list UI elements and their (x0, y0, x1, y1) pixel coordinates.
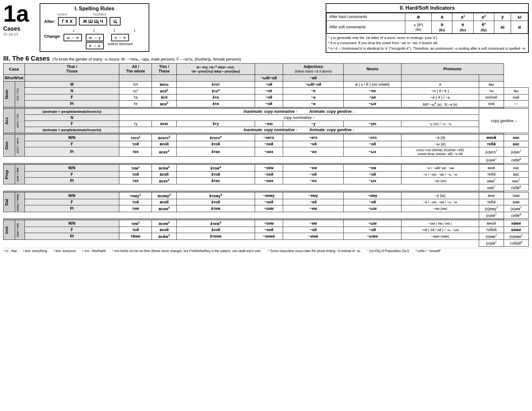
hard-e: э1 (452, 13, 473, 21)
dat-mn-p2: нам (504, 192, 528, 199)
gen-pl-vsex: всех3 (152, 147, 176, 157)
nom-n-e: ~е (283, 88, 344, 94)
col-adj-hard2: ~ый/~ой (255, 75, 283, 82)
nom-n-gender: N (25, 88, 119, 94)
inst-mn-ym: ~ым (344, 220, 401, 227)
gen-mn-nouns: ~а (я) (401, 134, 479, 141)
prep-f-ey: ~ей (283, 171, 344, 178)
dat-mn-oemu: ~оему (255, 192, 283, 199)
gen-f-p1: тебя́ (479, 141, 504, 147)
dat-f-ey: ~ей (283, 199, 344, 205)
inst-mn-im: ~им (283, 220, 344, 227)
gen-mn-gender: M/N (25, 134, 119, 141)
col-pronouns: Pronouns (401, 64, 504, 75)
nom-m-p2: мы (479, 82, 504, 88)
inst-f-ey: ~ей (283, 227, 344, 233)
gen-pl-etix: э́тих (176, 147, 255, 157)
col-who: Who/What (4, 75, 25, 82)
inst-mn-row: Inst кем / чем M/N тем1 всем2 э́тим4 ~ои… (4, 220, 529, 227)
prep-p3-p1: ней7 (479, 184, 504, 191)
spelling-rules-title: I. Spelling Rules (44, 6, 145, 12)
inst-pl-p1: (н)им7 (479, 233, 504, 240)
gen-pl-row: Pl тех всех3 э́тих ~оих ~их ~ых cons:+ов… (4, 147, 529, 157)
inst-f-oy: ~ой (344, 227, 401, 233)
hushers-label: 'hushers' (93, 12, 107, 16)
col-this2 (152, 75, 176, 82)
nom-pl-etot: э́ти (176, 101, 255, 107)
acc-f-tu: ту (119, 121, 152, 127)
hard-soft-table: After hard consonants ø а э1 о3 у ы Afte… (326, 13, 528, 34)
col-header-row-2: Who/What ~ый/~ой ~ий (4, 75, 529, 82)
dat-pl-ym: ~ым (344, 205, 401, 212)
nom-n-ves: всё2 (152, 88, 176, 94)
prep-pl-yix: ~ых (344, 178, 401, 184)
dat-f-p2: вам (504, 199, 528, 205)
prep-f-oey: ~оей (255, 171, 283, 178)
dat-mn-emu: ~ему (283, 192, 344, 199)
inst-mn-vsem: всем2 (152, 220, 176, 227)
inst-kem-label: кем / чем (15, 220, 25, 240)
dat-case-label: Dat (4, 192, 15, 212)
col-p2 (479, 75, 504, 82)
nom-n-oe: ~ое (344, 88, 401, 94)
gen-pl-p1: (н)его7 (479, 147, 504, 157)
footnote-4: ⁴ это - this/that/it (82, 249, 106, 253)
prep-mn-row: Prep ком / чём M/N том1 всём2 э́том4 ~оё… (4, 165, 529, 171)
nom-f-ves: вся (152, 94, 176, 101)
nom-m-ves: весь (152, 82, 176, 88)
inst-mn-oim: ~оим (255, 220, 283, 227)
nom-f-etot: э́та (176, 94, 255, 101)
hard-y: ы (511, 13, 528, 21)
acc-f-uyu: ~ую (344, 121, 401, 127)
soft-consonants-label: After soft consonants (327, 21, 405, 33)
inst-f-oey: ~оей (255, 227, 283, 233)
acc-pl-row: (animate = people/animals/insects) Inani… (4, 127, 529, 133)
hard-consonants-label: After hard consonants (327, 13, 405, 21)
gen-f-toy: той (119, 141, 152, 147)
inst-f-toy: той (119, 227, 152, 233)
ts-box: Ц (110, 17, 121, 25)
col-adj-hard (255, 64, 283, 75)
inst-mn-nouns: ~ом ( ём / ем ) (401, 220, 479, 227)
inst-f-vsey: всей (152, 227, 176, 233)
dat-mn-nouns: ~у (ю) (401, 192, 479, 199)
inst-mn-p1: мной (479, 220, 504, 227)
nom-m-p1: я (401, 82, 479, 88)
dat-mn-tomu: тому1 (119, 192, 152, 199)
nom-m-oy: ~ой (255, 82, 283, 88)
nom-n-tot: то1 (119, 88, 152, 94)
col-that2 (25, 75, 119, 82)
inst-pl-vsemi: все́м3 (152, 233, 176, 240)
inst-pl-ymi: ~ыми (344, 233, 401, 240)
col-all2 (119, 75, 152, 82)
acc-f-etu: э́ту (176, 121, 255, 127)
nom-m-tot: тот (119, 82, 152, 88)
dat-mn-gender: M/N (25, 192, 119, 199)
col-my2 (176, 75, 255, 82)
col-this: This /These (152, 64, 176, 75)
cases-section-header: III. The 6 Cases (To know the gender of … (3, 55, 529, 62)
prep-mn-p2: нас (504, 165, 528, 171)
prep-f-gender: F (25, 171, 119, 178)
inst-mn-tem: тем1 (119, 220, 152, 227)
gen-mn-ego: ~его (283, 134, 344, 141)
inst-f-etoy: э́той (176, 227, 255, 233)
gen-pl-oix: ~оих (255, 147, 283, 157)
hushers-box: Ж Ш Щ Ч (79, 17, 107, 25)
hard-o3: о3 (473, 13, 494, 21)
gen-f-nouns: ~ы (и) (401, 141, 479, 147)
prep-mn-vsem: всём2 (152, 165, 176, 171)
inst-f-p1: тобо́й (479, 227, 504, 233)
gen-p3-row: (н)её7 себя8 (4, 157, 529, 163)
prep-p3-row: ней7 себе́8 (4, 184, 529, 191)
dat-pl-p2: (н)им7 (504, 205, 528, 212)
col-that: That /Those (25, 64, 119, 75)
acc-kogo-label: кого / что (15, 109, 25, 133)
prep-pl-vsex: всех3 (152, 178, 176, 184)
nom-pl-yye: ~ые (344, 101, 401, 107)
nom-pl-i: ~и (283, 101, 344, 107)
soft-yo: ё³(йу) (473, 21, 494, 33)
nom-m-etot: э́тот (176, 82, 255, 88)
prep-f-toy: той (119, 171, 152, 178)
nom-f-oy: ~ой (255, 94, 283, 101)
